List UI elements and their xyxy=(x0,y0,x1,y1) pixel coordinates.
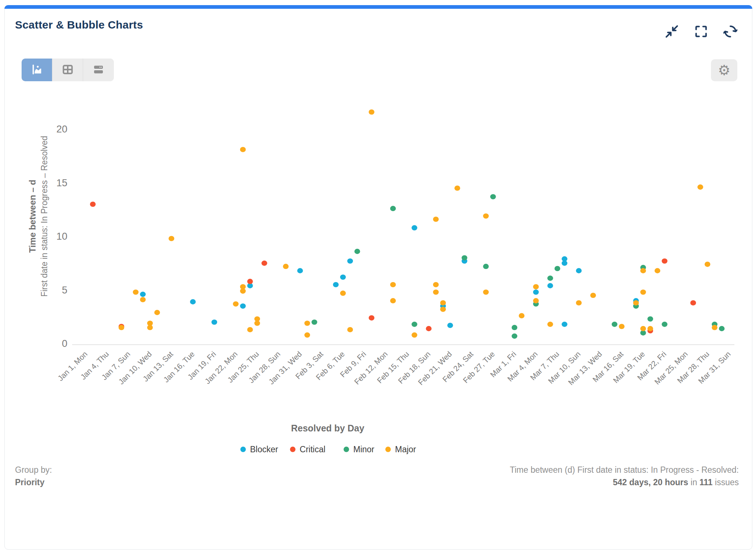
data-point-blocker[interactable] xyxy=(297,268,303,273)
data-point-major[interactable] xyxy=(705,262,711,267)
data-point-minor[interactable] xyxy=(719,326,725,331)
data-point-major[interactable] xyxy=(133,289,139,295)
refresh-icon[interactable] xyxy=(723,25,737,38)
data-point-major[interactable] xyxy=(647,326,653,331)
data-point-major[interactable] xyxy=(347,327,353,332)
data-point-major[interactable] xyxy=(154,310,160,315)
data-point-blocker[interactable] xyxy=(190,299,196,304)
data-point-blocker[interactable] xyxy=(240,303,246,308)
rows-view-button[interactable] xyxy=(83,59,114,81)
legend-label-blocker[interactable]: Blocker xyxy=(250,445,278,454)
data-point-major[interactable] xyxy=(433,282,439,287)
data-point-blocker[interactable] xyxy=(547,283,553,288)
data-point-major[interactable] xyxy=(240,288,246,293)
legend-label-major[interactable]: Major xyxy=(395,445,416,454)
data-point-major[interactable] xyxy=(519,313,525,318)
data-point-critical[interactable] xyxy=(261,261,267,266)
legend-dot-blocker[interactable] xyxy=(241,447,246,452)
data-point-minor[interactable] xyxy=(411,322,417,327)
legend-label-minor[interactable]: Minor xyxy=(353,445,375,454)
data-point-major[interactable] xyxy=(633,300,639,305)
fullscreen-icon[interactable] xyxy=(694,25,708,38)
data-point-minor[interactable] xyxy=(462,255,468,260)
data-point-blocker[interactable] xyxy=(411,225,417,230)
data-point-minor[interactable] xyxy=(547,276,553,281)
table-view-button[interactable] xyxy=(52,59,83,81)
data-point-blocker[interactable] xyxy=(333,282,339,287)
legend-dot-critical[interactable] xyxy=(290,447,295,452)
data-point-minor[interactable] xyxy=(390,206,396,211)
data-point-major[interactable] xyxy=(590,293,596,298)
data-point-major[interactable] xyxy=(233,301,239,306)
data-point-blocker[interactable] xyxy=(576,268,582,273)
data-point-major[interactable] xyxy=(147,325,153,330)
data-point-critical[interactable] xyxy=(90,202,96,207)
data-point-major[interactable] xyxy=(390,298,396,303)
legend-dot-major[interactable] xyxy=(386,447,391,452)
header-actions xyxy=(665,25,737,38)
data-point-major[interactable] xyxy=(247,327,253,332)
summary-issue-count: 111 xyxy=(700,478,713,487)
data-point-minor[interactable] xyxy=(483,264,489,269)
data-point-critical[interactable] xyxy=(247,279,253,284)
data-point-major[interactable] xyxy=(576,300,582,305)
data-point-major[interactable] xyxy=(304,332,310,337)
data-point-major[interactable] xyxy=(619,324,625,329)
data-point-major[interactable] xyxy=(483,213,489,218)
data-point-major[interactable] xyxy=(304,321,310,326)
data-point-major[interactable] xyxy=(655,268,660,273)
data-point-major[interactable] xyxy=(340,291,346,296)
data-point-blocker[interactable] xyxy=(562,322,567,327)
data-point-major[interactable] xyxy=(640,268,646,273)
data-point-blocker[interactable] xyxy=(212,319,217,325)
data-point-major[interactable] xyxy=(254,321,260,326)
data-point-major[interactable] xyxy=(440,300,446,305)
data-point-minor[interactable] xyxy=(662,322,667,327)
data-point-major[interactable] xyxy=(411,332,417,337)
data-point-blocker[interactable] xyxy=(533,289,539,295)
data-point-minor[interactable] xyxy=(490,194,496,199)
data-point-minor[interactable] xyxy=(555,266,561,271)
data-point-critical[interactable] xyxy=(426,326,432,331)
data-point-major[interactable] xyxy=(140,297,146,302)
data-point-minor[interactable] xyxy=(312,319,317,325)
data-point-minor[interactable] xyxy=(512,325,518,330)
chart-view-button[interactable] xyxy=(22,59,52,81)
data-point-major[interactable] xyxy=(119,325,124,330)
data-point-major[interactable] xyxy=(533,284,539,289)
data-point-critical[interactable] xyxy=(690,300,696,305)
scatter-chart[interactable]: 05101520Jan 1, MonJan 4, ThuJan 7, SunJa… xyxy=(5,83,752,463)
data-point-major[interactable] xyxy=(547,322,553,327)
data-point-major[interactable] xyxy=(390,282,396,287)
data-point-blocker[interactable] xyxy=(447,323,453,328)
group-by-value: Priority xyxy=(15,476,52,489)
data-point-blocker[interactable] xyxy=(562,261,567,266)
data-point-major[interactable] xyxy=(640,326,646,331)
data-point-critical[interactable] xyxy=(369,315,375,320)
data-point-major[interactable] xyxy=(168,236,174,241)
data-point-blocker[interactable] xyxy=(140,292,146,297)
data-point-major[interactable] xyxy=(369,109,375,115)
data-point-major[interactable] xyxy=(483,289,489,295)
data-point-major[interactable] xyxy=(640,289,646,295)
data-point-major[interactable] xyxy=(712,325,718,330)
data-point-major[interactable] xyxy=(240,147,246,152)
data-point-minor[interactable] xyxy=(512,333,518,338)
legend-dot-minor[interactable] xyxy=(344,447,349,452)
data-point-critical[interactable] xyxy=(662,258,667,263)
data-point-minor[interactable] xyxy=(612,322,618,327)
data-point-major[interactable] xyxy=(440,307,446,312)
data-point-major[interactable] xyxy=(433,217,439,222)
data-point-major[interactable] xyxy=(433,289,439,295)
data-point-major[interactable] xyxy=(283,264,289,269)
data-point-major[interactable] xyxy=(697,184,703,190)
data-point-minor[interactable] xyxy=(354,249,360,254)
data-point-minor[interactable] xyxy=(647,316,653,321)
data-point-blocker[interactable] xyxy=(347,258,353,263)
data-point-major[interactable] xyxy=(454,186,460,191)
data-point-major[interactable] xyxy=(533,298,539,303)
legend-label-critical[interactable]: Critical xyxy=(300,445,325,454)
data-point-blocker[interactable] xyxy=(340,274,346,280)
collapse-icon[interactable] xyxy=(665,25,679,38)
gear-icon[interactable]: ⚙ xyxy=(711,59,737,81)
